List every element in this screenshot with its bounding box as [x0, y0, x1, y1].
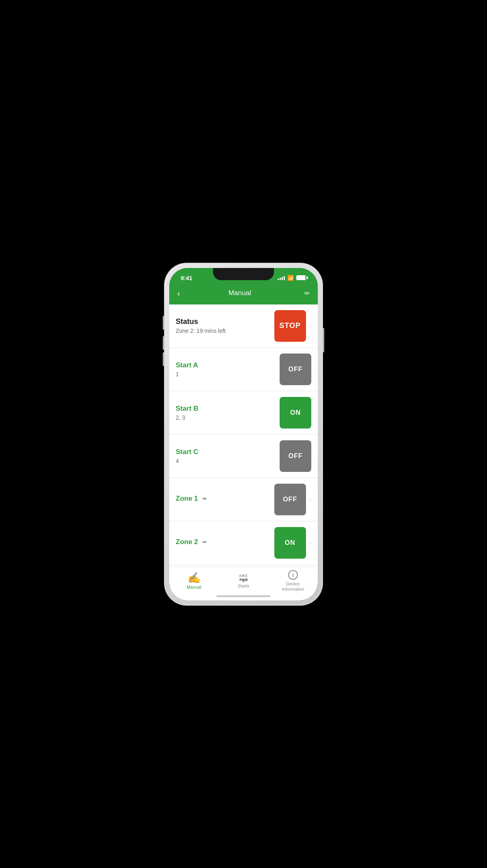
stop-button[interactable]: STOP — [274, 310, 306, 342]
off-button[interactable]: OFF — [274, 484, 306, 515]
list-item: Start C 4 OFF — [169, 435, 318, 478]
tab-starts[interactable]: ABC Starts — [219, 574, 268, 588]
back-button[interactable]: ‹ — [177, 287, 183, 300]
row-subtitle: 1 — [176, 371, 280, 377]
row-subtitle: 2, 3 — [176, 414, 280, 421]
row-title: Zone 2 ✏ — [176, 538, 274, 546]
chevron-icon: › — [309, 322, 311, 330]
info-icon: i — [288, 570, 298, 580]
page-title: Manual — [183, 289, 296, 297]
battery-fill — [297, 276, 305, 280]
row-title: Start C — [176, 448, 280, 456]
list-item: Zone 1 ✏ OFF › — [169, 478, 318, 521]
tab-manual[interactable]: ✍ Manual — [169, 572, 219, 589]
list-item: Zone 2 ✏ ON › — [169, 521, 318, 565]
status-icons: 📶 — [278, 275, 306, 281]
tab-manual-label: Manual — [187, 585, 201, 589]
screen: 9:41 📶 ‹ Manual — [169, 268, 318, 600]
row-info: Status Zone 2: 19 mins left — [176, 317, 274, 334]
zone-1-label: Zone 1 — [176, 495, 198, 502]
on-button[interactable]: ON — [274, 527, 306, 559]
list-item: Start A 1 OFF — [169, 348, 318, 391]
phone-frame: 9:41 📶 ‹ Manual — [164, 263, 323, 605]
row-title: Start B — [176, 405, 280, 413]
status-time: 9:41 — [181, 274, 192, 281]
row-info: Start A 1 — [176, 361, 280, 377]
row-info: Zone 1 ✏ — [176, 495, 274, 504]
home-indicator — [216, 595, 271, 597]
row-title: Start A — [176, 361, 280, 369]
phone-inner: 9:41 📶 ‹ Manual — [169, 268, 318, 600]
wifi-icon: 📶 — [287, 275, 294, 281]
signal-icon — [278, 275, 285, 280]
row-info: Start B 2, 3 — [176, 405, 280, 421]
row-title: Status — [176, 317, 274, 326]
row-info: Start C 4 — [176, 448, 280, 464]
on-button[interactable]: ON — [280, 397, 311, 429]
row-subtitle: 4 — [176, 458, 280, 464]
nav-bar: ‹ Manual ✏ — [169, 284, 318, 304]
battery-icon — [296, 275, 306, 280]
zone-2-label: Zone 2 — [176, 538, 198, 546]
off-button[interactable]: OFF — [280, 354, 311, 385]
list-item: Start B 2, 3 ON — [169, 391, 318, 435]
pencil-icon[interactable]: ✏ — [203, 496, 207, 502]
chevron-icon: › — [309, 496, 311, 503]
starts-icon: ABC — [239, 574, 248, 582]
row-info: Zone 2 ✏ — [176, 538, 274, 548]
content-area: Status Zone 2: 19 mins left STOP › Start… — [169, 304, 318, 567]
hand-icon: ✍ — [187, 572, 200, 583]
tab-device-info-label: Device Information — [277, 581, 309, 592]
row-subtitle: Zone 2: 19 mins left — [176, 328, 274, 334]
tab-device-info[interactable]: i Device Information — [268, 570, 318, 592]
tab-starts-label: Starts — [238, 583, 250, 588]
pencil-icon[interactable]: ✏ — [203, 539, 207, 545]
list-item: Status Zone 2: 19 mins left STOP › — [169, 304, 318, 348]
off-button[interactable]: OFF — [280, 440, 311, 472]
edit-button[interactable]: ✏ — [304, 289, 310, 297]
row-title: Zone 1 ✏ — [176, 495, 274, 503]
notch — [213, 268, 274, 280]
chevron-icon: › — [309, 539, 311, 547]
